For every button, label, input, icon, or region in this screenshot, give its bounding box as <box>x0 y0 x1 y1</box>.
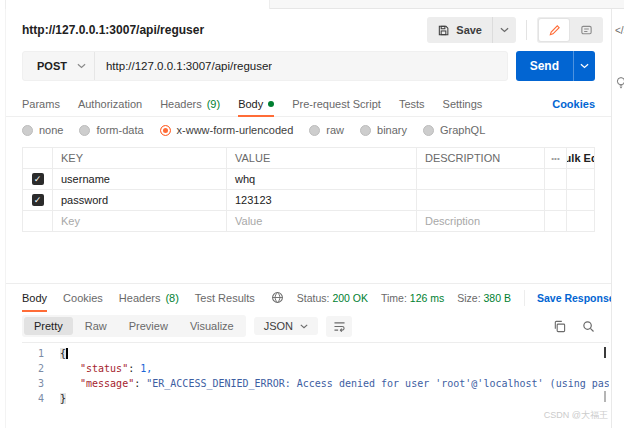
radio-selected-icon <box>160 125 171 136</box>
request-url-bar: POST http://127.0.0.1:3007/api/reguser S… <box>6 51 611 91</box>
tab-params[interactable]: Params <box>22 91 60 116</box>
cookies-link[interactable]: Cookies <box>552 98 595 110</box>
send-options-dropdown[interactable] <box>573 51 595 81</box>
response-pane: Body Cookies Headers(8) Test Results Sta… <box>6 283 611 428</box>
response-body-viewer[interactable]: 1 { 2 "status": 1, 3 "message": "ER_ACCE… <box>22 342 609 428</box>
csdn-watermark: CSDN @大福王 <box>544 409 608 422</box>
tab-pre-request-script[interactable]: Pre-request Script <box>292 91 381 116</box>
line-number: 2 <box>22 361 44 376</box>
line-number: 4 <box>22 391 44 406</box>
description-cell[interactable] <box>417 169 545 189</box>
wrap-text-icon <box>333 321 346 332</box>
table-row: username whq <box>23 169 594 190</box>
request-tab-strip <box>0 0 624 9</box>
tab-authorization[interactable]: Authorization <box>78 91 142 116</box>
toolbar-divider <box>526 20 527 40</box>
code-line: 2 "status": 1, <box>22 361 609 376</box>
headers-count: (9) <box>207 98 220 110</box>
description-placeholder[interactable]: Description <box>417 211 545 231</box>
save-options-dropdown[interactable] <box>492 17 516 43</box>
mode-graphql[interactable]: GraphQL <box>423 124 485 136</box>
code-line: 1 { <box>22 346 609 361</box>
tab-settings[interactable]: Settings <box>443 91 483 116</box>
tab-strip-background <box>270 0 624 9</box>
chevron-down-icon <box>500 27 509 33</box>
edit-comment-toggle <box>537 17 603 43</box>
description-cell[interactable] <box>417 190 545 210</box>
select-all-cell <box>23 148 53 168</box>
view-visualize-button[interactable]: Visualize <box>180 317 244 335</box>
view-raw-button[interactable]: Raw <box>75 317 117 335</box>
mode-none[interactable]: none <box>22 124 63 136</box>
urlencoded-table: KEY VALUE DESCRIPTION ••• Bulk Edit user… <box>22 147 595 232</box>
key-cell[interactable]: username <box>53 169 227 189</box>
view-preview-button[interactable]: Preview <box>119 317 178 335</box>
network-icon[interactable] <box>271 291 284 304</box>
edit-mode-button[interactable] <box>539 19 569 41</box>
empty-space <box>6 232 611 283</box>
chevron-down-icon <box>300 324 308 329</box>
value-cell[interactable]: whq <box>227 169 417 189</box>
response-tabs: Body Cookies Headers(8) Test Results Sta… <box>6 284 611 311</box>
radio-icon <box>309 125 320 136</box>
wrap-text-button[interactable] <box>326 316 352 337</box>
mode-x-www-form-urlencoded[interactable]: x-www-form-urlencoded <box>160 124 294 136</box>
comment-icon <box>580 24 593 37</box>
bulk-edit-button[interactable]: Bulk Edit <box>567 148 594 168</box>
code-snippet-icon[interactable]: </> <box>612 25 624 36</box>
tab-body[interactable]: Body <box>238 91 274 116</box>
size-badge: Size: 380 B <box>457 292 511 304</box>
pencil-icon <box>548 24 561 37</box>
key-placeholder[interactable]: Key <box>53 211 227 231</box>
mode-raw[interactable]: raw <box>309 124 344 136</box>
send-button[interactable]: Send <box>516 51 595 81</box>
format-selector[interactable]: JSON <box>254 317 318 335</box>
key-cell[interactable]: password <box>53 190 227 210</box>
save-response-button[interactable]: Save Response <box>524 290 611 306</box>
response-tab-cookies[interactable]: Cookies <box>63 284 103 311</box>
save-button-label: Save <box>456 24 482 36</box>
mode-binary[interactable]: binary <box>360 124 407 136</box>
active-request-tab[interactable] <box>5 0 270 9</box>
request-title-bar: http://127.0.0.1:3007/api/reguser Save <box>6 9 611 51</box>
tab-headers[interactable]: Headers(9) <box>160 91 220 116</box>
tab-tests[interactable]: Tests <box>399 91 425 116</box>
body-modified-dot-icon <box>268 101 274 107</box>
value-column-header: VALUE <box>227 148 417 168</box>
value-placeholder[interactable]: Value <box>227 211 417 231</box>
key-column-header: KEY <box>53 148 227 168</box>
view-pretty-button[interactable]: Pretty <box>24 317 73 335</box>
comment-button[interactable] <box>571 19 601 41</box>
request-pane: http://127.0.0.1:3007/api/reguser Save <box>5 9 611 428</box>
response-tab-body[interactable]: Body <box>22 284 47 311</box>
row-checkbox-checked[interactable] <box>32 173 44 185</box>
row-checkbox-checked[interactable] <box>32 194 44 206</box>
chevron-down-icon <box>580 63 589 69</box>
lightbulb-icon[interactable] <box>612 76 624 89</box>
save-icon <box>437 24 450 37</box>
body-mode-selector: none form-data x-www-form-urlencoded raw… <box>6 117 611 143</box>
url-input[interactable]: http://127.0.0.1:3007/api/reguser <box>95 60 272 72</box>
mode-form-data[interactable]: form-data <box>79 124 143 136</box>
status-badge: Status: 200 OK <box>297 292 368 304</box>
radio-icon <box>360 125 371 136</box>
save-button[interactable]: Save <box>427 17 516 43</box>
method-dropdown[interactable] <box>77 63 94 69</box>
text-cursor <box>66 348 68 359</box>
more-options-icon[interactable]: ••• <box>545 148 567 168</box>
method-selector[interactable]: POST <box>23 60 77 72</box>
response-tab-headers[interactable]: Headers(8) <box>119 284 179 311</box>
radio-icon <box>423 125 434 136</box>
response-view-toolbar: Pretty Raw Preview Visualize JSON <box>22 315 595 337</box>
view-mode-segment: Pretty Raw Preview Visualize <box>22 315 246 337</box>
copy-icon[interactable] <box>553 320 566 333</box>
right-sidebar: </> <box>611 9 624 428</box>
code-line: 4 } <box>22 391 609 406</box>
value-cell[interactable]: 123123 <box>227 190 417 210</box>
search-icon[interactable] <box>582 320 595 333</box>
line-number: 1 <box>22 346 44 361</box>
response-tab-test-results[interactable]: Test Results <box>195 284 255 311</box>
code-line: 3 "message": "ER_ACCESS_DENIED_ERROR: Ac… <box>22 376 609 391</box>
response-headers-count: (8) <box>165 292 178 304</box>
request-title: http://127.0.0.1:3007/api/reguser <box>22 23 204 37</box>
